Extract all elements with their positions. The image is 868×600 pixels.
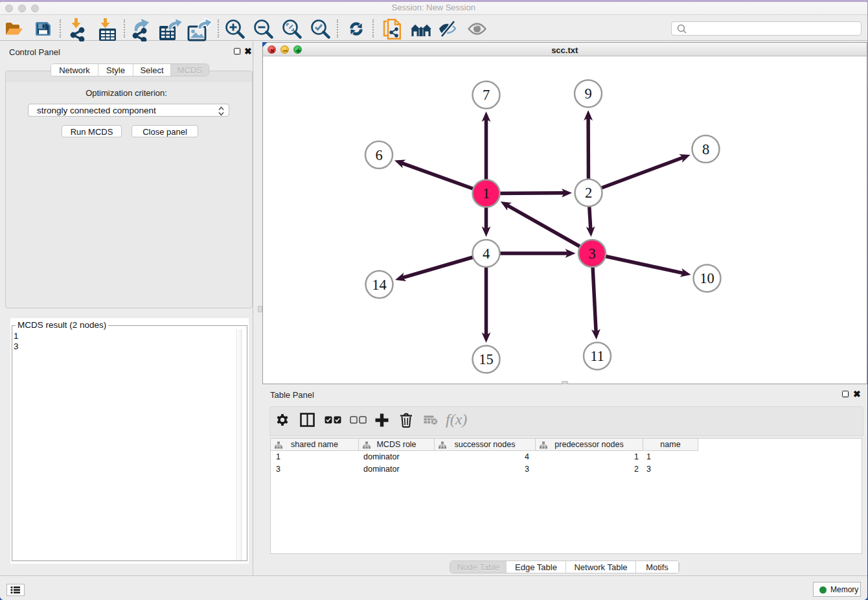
svg-text:2: 2 [585, 185, 592, 201]
svg-text:3: 3 [588, 246, 595, 262]
svg-text:11: 11 [590, 348, 604, 364]
svg-text:4: 4 [483, 246, 490, 262]
svg-text:6: 6 [375, 147, 382, 163]
svg-text:9: 9 [584, 86, 591, 102]
svg-text:15: 15 [479, 351, 494, 367]
svg-text:10: 10 [700, 270, 714, 286]
svg-text:8: 8 [702, 141, 709, 157]
svg-text:7: 7 [483, 87, 490, 103]
svg-text:1: 1 [483, 185, 490, 202]
svg-text:14: 14 [372, 277, 387, 293]
